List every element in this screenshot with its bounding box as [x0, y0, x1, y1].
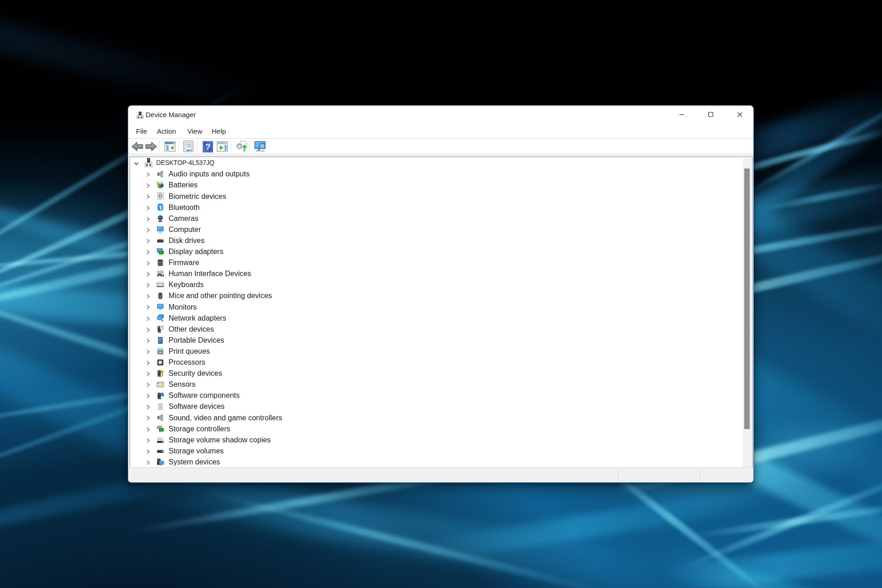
- svg-text:?: ?: [205, 142, 211, 152]
